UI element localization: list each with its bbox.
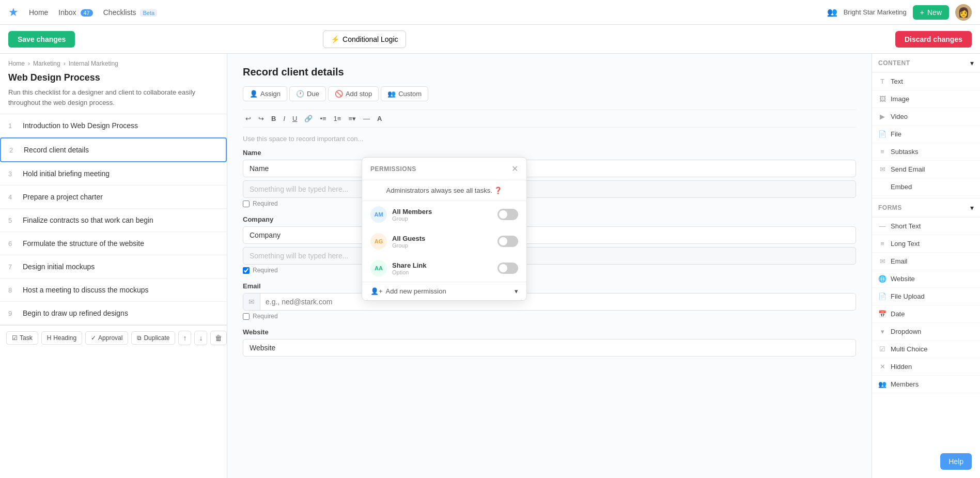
content-item-subtasks[interactable]: ≡Subtasks — [872, 143, 980, 161]
form-item-label: Multi Choice — [891, 345, 928, 353]
new-button[interactable]: + New — [913, 5, 949, 20]
breadcrumb-home[interactable]: Home — [8, 60, 25, 67]
perm-info: All Members Group — [392, 208, 492, 222]
permission-row: AG All Guests Group — [362, 228, 526, 255]
editor-toolbar: ↩ ↪ B I U 🔗 •≡ 1≡ ≡▾ — A — [243, 110, 856, 128]
modal-close-button[interactable]: ✕ — [511, 164, 518, 174]
custom-button[interactable]: 👥 Custom — [381, 86, 428, 101]
content-item-label: Text — [891, 78, 903, 85]
underline-btn[interactable]: U — [290, 113, 300, 124]
beta-badge: Beta — [140, 9, 157, 17]
perm-sub: Group — [392, 215, 492, 222]
content-item-icon: T — [878, 78, 886, 85]
assign-button[interactable]: 👤 Assign — [243, 86, 287, 101]
content-item-label: Image — [891, 95, 909, 103]
task-row[interactable]: 7Design initial mockups — [0, 255, 227, 279]
task-row[interactable]: 3Hold initial briefing meeting — [0, 162, 227, 186]
form-item-file-upload[interactable]: 📄File Upload — [872, 288, 980, 305]
help-button[interactable]: Help — [940, 453, 972, 470]
redo-btn[interactable]: ↪ — [256, 113, 267, 124]
perm-info: All Guests Group — [392, 235, 492, 249]
content-item-video[interactable]: ▶Video — [872, 108, 980, 126]
content-item-icon: ≡ — [878, 148, 886, 156]
permission-toggle[interactable] — [497, 263, 518, 274]
heading-button[interactable]: H Heading — [41, 331, 82, 345]
breadcrumb-internal[interactable]: Internal Marketing — [69, 60, 118, 67]
content-item-image[interactable]: 🖼Image — [872, 90, 980, 108]
chevron-down-icon: ▾ — [515, 287, 518, 295]
hr-btn[interactable]: — — [361, 113, 372, 124]
delete-button[interactable]: 🗑 — [210, 331, 227, 345]
content-item-send-email[interactable]: ✉Send Email — [872, 161, 980, 178]
move-up-button[interactable]: ↑ — [178, 331, 191, 345]
form-item-long-text[interactable]: ≡Long Text — [872, 235, 980, 253]
form-item-icon: ≡ — [878, 240, 886, 248]
permission-toggle[interactable] — [497, 209, 518, 220]
italic-btn[interactable]: I — [281, 113, 288, 124]
email-icon: ✉ — [243, 294, 260, 310]
form-item-hidden[interactable]: ✕Hidden — [872, 358, 980, 376]
form-item-website[interactable]: 🌐Website — [872, 270, 980, 288]
form-item-label: Short Text — [891, 222, 921, 230]
due-button[interactable]: 🕐 Due — [289, 86, 326, 101]
add-permission-button[interactable]: 👤+ Add new permission ▾ — [362, 282, 526, 300]
form-item-email[interactable]: ✉Email — [872, 253, 980, 270]
link-btn[interactable]: 🔗 — [302, 113, 315, 124]
required-checkbox-wrap: Required — [243, 267, 856, 274]
modal-header: PERMISSIONS ✕ — [362, 158, 526, 180]
task-row[interactable]: 9Begin to draw up refined designs — [0, 302, 227, 325]
forms-section-header[interactable]: FORMS ▾ — [872, 198, 980, 218]
numbered-btn[interactable]: 1≡ — [331, 113, 344, 124]
content-item-text[interactable]: TText — [872, 73, 980, 90]
task-row[interactable]: 6Formulate the structure of the website — [0, 232, 227, 255]
form-item-date[interactable]: 📅Date — [872, 305, 980, 323]
save-button[interactable]: Save changes — [8, 31, 75, 48]
bullet-btn[interactable]: •≡ — [317, 113, 329, 124]
form-item-members[interactable]: 👥Members — [872, 376, 980, 393]
form-item-dropdown[interactable]: ▾Dropdown — [872, 323, 980, 341]
bold-btn[interactable]: B — [269, 113, 278, 124]
task-row[interactable]: 4Prepare a project charter — [0, 186, 227, 209]
discard-button[interactable]: Discard changes — [895, 31, 972, 48]
content-item-file[interactable]: 📄File — [872, 126, 980, 143]
permission-toggle[interactable] — [497, 236, 518, 247]
form-item-multi-choice[interactable]: ☑Multi Choice — [872, 341, 980, 358]
info-help-icon[interactable]: ❓ — [494, 187, 502, 194]
content-section-header[interactable]: CONTENT ▾ — [872, 54, 980, 73]
breadcrumb: Home › Marketing › Internal Marketing — [0, 54, 227, 70]
breadcrumb-marketing[interactable]: Marketing — [33, 60, 60, 67]
task-row[interactable]: 1Introduction to Web Design Process — [0, 114, 227, 137]
content-item-embed[interactable]: Embed — [872, 178, 980, 196]
nav-home[interactable]: Home — [29, 8, 48, 17]
task-row[interactable]: 2Record client details — [0, 137, 227, 162]
task-row[interactable]: 8Host a meeting to discuss the mockups — [0, 279, 227, 302]
avatar[interactable]: 👩 — [955, 4, 972, 21]
move-down-button[interactable]: ↓ — [194, 331, 207, 345]
add-stop-button[interactable]: 🚫 Add stop — [328, 86, 379, 101]
content-item-label: Send Email — [891, 165, 925, 173]
task-icon: ☑ — [12, 334, 18, 342]
required-checkbox[interactable] — [243, 267, 250, 274]
task-row[interactable]: 5Finalize contracts so that work can beg… — [0, 209, 227, 232]
format-btn[interactable]: A — [375, 113, 384, 124]
nav-inbox[interactable]: Inbox 47 — [58, 8, 92, 17]
align-btn[interactable]: ≡▾ — [346, 113, 359, 124]
task-text: Record client details — [24, 146, 89, 154]
task-header: Record client details — [243, 66, 856, 78]
nav-checklists[interactable]: Checklists Beta — [103, 8, 157, 17]
perm-name: All Guests — [392, 235, 492, 242]
conditional-logic-button[interactable]: ⚡ Conditional Logic — [323, 30, 406, 48]
form-item-short-text[interactable]: —Short Text — [872, 218, 980, 235]
undo-btn[interactable]: ↩ — [243, 113, 254, 124]
required-checkbox-wrap: Required — [243, 313, 856, 320]
field-placeholder[interactable]: Something will be typed here... — [243, 180, 856, 198]
email-input[interactable] — [260, 294, 855, 310]
task-number: 9 — [8, 310, 17, 317]
task-actions: 👤 Assign 🕐 Due 🚫 Add stop 👥 Custom — [243, 86, 856, 101]
task-button[interactable]: ☑ Task — [6, 331, 38, 345]
required-checkbox[interactable] — [243, 201, 250, 207]
duplicate-button[interactable]: ⧉ Duplicate — [131, 331, 175, 345]
field-placeholder[interactable]: Something will be typed here... — [243, 247, 856, 265]
approval-button[interactable]: ✓ Approval — [85, 331, 128, 345]
required-checkbox[interactable] — [243, 313, 250, 320]
